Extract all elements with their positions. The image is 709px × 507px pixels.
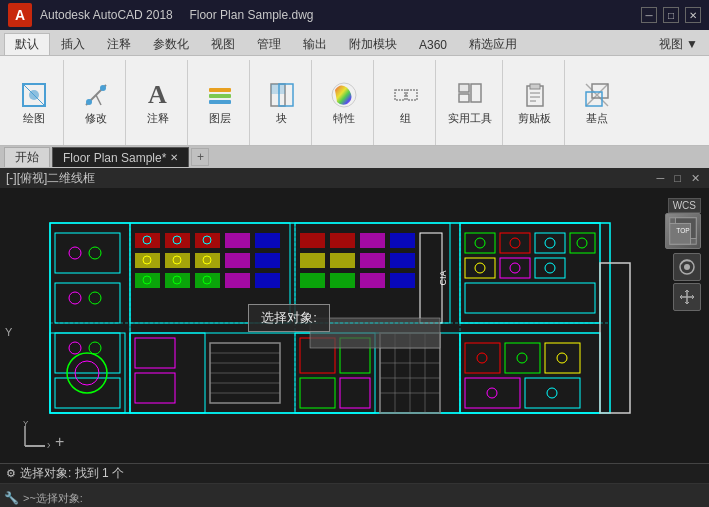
ribbon-annotate-button[interactable]: A 注释 (138, 77, 178, 127)
ribbon-group-group-items: 组 (386, 60, 426, 145)
viewport-minimize-btn[interactable]: ─ (654, 172, 668, 185)
svg-rect-44 (165, 233, 190, 248)
command-input[interactable] (87, 491, 705, 505)
doc-tab-start-label: 开始 (15, 149, 39, 166)
ribbon-group-draw: 绘图 (4, 60, 64, 145)
tab-output[interactable]: 输出 (292, 33, 338, 55)
floor-plan-canvas[interactable]: CIA (0, 188, 709, 463)
ribbon-properties-button[interactable]: 特性 (324, 77, 364, 127)
title-bar-left: A Autodesk AutoCAD 2018 Floor Plan Sampl… (8, 3, 314, 27)
svg-rect-42 (135, 253, 160, 268)
svg-rect-41 (135, 233, 160, 248)
close-button[interactable]: ✕ (685, 7, 701, 23)
svg-rect-108 (300, 378, 335, 408)
tab-addins[interactable]: 附加模块 (338, 33, 408, 55)
viewport-header-controls: ─ □ ✕ (654, 172, 703, 185)
svg-rect-71 (330, 273, 355, 288)
properties-icon (328, 79, 360, 111)
ribbon-group-block: 块 (252, 60, 312, 145)
ribbon-group-group: 组 (376, 60, 436, 145)
svg-point-36 (69, 292, 81, 304)
nav-cube-box[interactable]: TOP (665, 213, 701, 249)
tab-annotate[interactable]: 注释 (96, 33, 142, 55)
svg-rect-110 (340, 378, 370, 408)
doc-tab-start[interactable]: 开始 (4, 147, 50, 167)
tab-featured[interactable]: 精选应用 (458, 33, 528, 55)
minimize-button[interactable]: ─ (641, 7, 657, 23)
svg-point-4 (86, 99, 92, 105)
ribbon-clipboard-button[interactable]: 剪贴板 (514, 77, 555, 127)
cmd-status-icon: ⚙ (6, 467, 16, 480)
svg-rect-105 (135, 373, 175, 403)
svg-text:TOP: TOP (676, 227, 690, 234)
ribbon-group-button[interactable]: 组 (386, 77, 426, 127)
ribbon-utilities-button[interactable]: 实用工具 (444, 77, 496, 127)
svg-text:Y: Y (23, 421, 29, 428)
ribbon-group-utilities-items: 实用工具 (444, 60, 496, 145)
svg-point-92 (577, 238, 587, 248)
viewport: [-][俯视]二维线框 ─ □ ✕ (0, 168, 709, 463)
tab-default[interactable]: 默认 (4, 33, 50, 55)
tab-parametric[interactable]: 参数化 (142, 33, 200, 55)
svg-rect-19 (471, 84, 481, 102)
draw-icon (18, 79, 50, 111)
ribbon-layers-button[interactable]: 图层 (200, 77, 240, 127)
tab-view-right[interactable]: 视图 ▼ (648, 33, 709, 55)
svg-rect-22 (530, 84, 540, 89)
cross-cursor: + (55, 433, 64, 451)
orbit-button[interactable] (673, 253, 701, 281)
svg-point-34 (69, 247, 81, 259)
svg-point-117 (477, 353, 487, 363)
svg-rect-104 (135, 338, 175, 368)
svg-rect-86 (500, 258, 530, 278)
ribbon-modify-button[interactable]: 修改 (76, 77, 116, 127)
ribbon: 默认 插入 注释 参数化 视图 管理 输出 附加模块 A360 精选应用 视图 … (0, 30, 709, 146)
svg-point-91 (545, 238, 555, 248)
y-axis-label: Y (5, 326, 12, 338)
svg-point-119 (557, 353, 567, 363)
tab-manage[interactable]: 管理 (246, 33, 292, 55)
properties-label: 特性 (333, 112, 355, 125)
ribbon-group-clipboard: 剪贴板 (505, 60, 565, 145)
utilities-icon (454, 79, 486, 111)
ribbon-block-button[interactable]: 块 (262, 77, 302, 127)
app-logo[interactable]: A (8, 3, 32, 27)
ribbon-group-annotate-items: A 注释 (138, 60, 178, 145)
tab-view[interactable]: 视图 (200, 33, 246, 55)
svg-rect-30 (55, 233, 120, 273)
ribbon-basepoint-button[interactable]: 基点 (577, 77, 617, 127)
group-label: 组 (400, 112, 411, 125)
svg-text:X: X (47, 441, 50, 450)
svg-rect-77 (390, 273, 415, 288)
ribbon-group-clipboard-items: 剪贴板 (514, 60, 555, 145)
clipboard-label: 剪贴板 (518, 112, 551, 125)
utilities-label: 实用工具 (448, 112, 492, 125)
svg-rect-85 (465, 258, 495, 278)
viewport-maximize-btn[interactable]: □ (671, 172, 684, 185)
tab-a360[interactable]: A360 (408, 33, 458, 55)
doc-tab-floorplan-close[interactable]: ✕ (170, 152, 178, 163)
svg-rect-68 (300, 273, 325, 288)
svg-rect-69 (330, 233, 355, 248)
maximize-button[interactable]: □ (663, 7, 679, 23)
viewport-header-title: [-][俯视]二维线框 (6, 170, 95, 187)
tab-insert[interactable]: 插入 (50, 33, 96, 55)
svg-point-93 (475, 263, 485, 273)
svg-point-118 (517, 353, 527, 363)
doc-tab-floorplan[interactable]: Floor Plan Sample* ✕ (52, 147, 189, 167)
svg-rect-84 (570, 233, 595, 253)
selection-box: 选择对象: (248, 304, 330, 332)
pan-button[interactable] (673, 283, 701, 311)
svg-rect-55 (255, 273, 280, 288)
viewport-close-btn[interactable]: ✕ (688, 172, 703, 185)
ribbon-group-layers-items: 图层 (200, 60, 240, 145)
command-status: ⚙ 选择对象: 找到 1 个 (0, 464, 709, 484)
cmd-prompt: >~选择对象: (23, 491, 83, 506)
doc-tab-add-button[interactable]: + (191, 148, 209, 166)
svg-rect-48 (195, 253, 220, 268)
wcs-label: WCS (668, 198, 701, 213)
nav-cube[interactable]: TOP (665, 213, 701, 249)
svg-rect-67 (300, 253, 325, 268)
ribbon-draw-button[interactable]: 绘图 (14, 77, 54, 127)
svg-rect-70 (330, 253, 355, 268)
